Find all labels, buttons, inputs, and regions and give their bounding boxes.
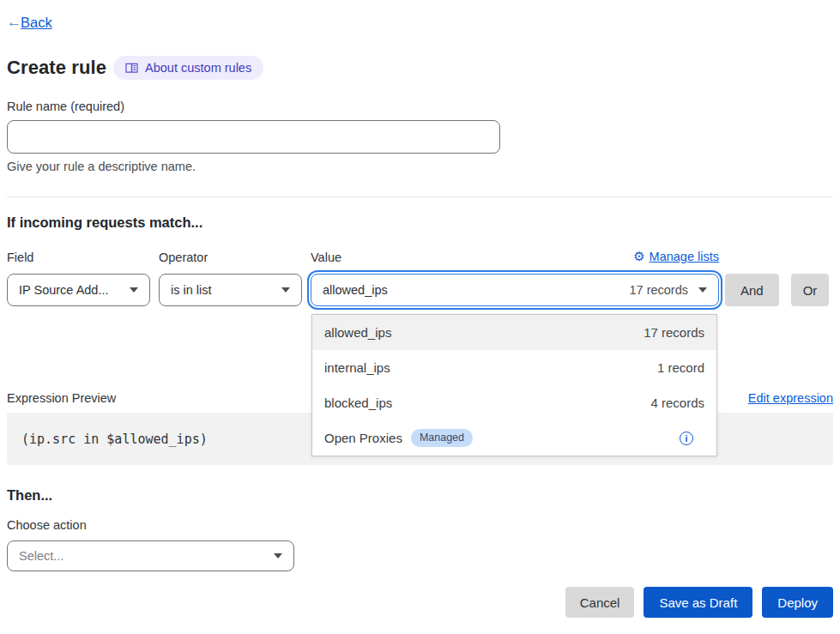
condition-row: Field IP Source Add... Operator is in li…: [7, 249, 833, 306]
expression-preview-label: Expression Preview: [7, 391, 116, 405]
footer-actions: Cancel Save as Draft Deploy: [7, 587, 833, 618]
back-label: Back: [21, 15, 52, 31]
list-item-name: Open Proxies: [324, 431, 402, 445]
value-select[interactable]: allowed_ips 17 records: [311, 274, 719, 306]
back-arrow-icon: ←: [7, 14, 21, 31]
list-item-name: blocked_ips: [324, 395, 392, 410]
save-as-draft-button[interactable]: Save as Draft: [644, 587, 752, 618]
page-title: Create rule: [7, 57, 106, 79]
field-select[interactable]: IP Source Add...: [7, 274, 150, 306]
list-item-count: 17 records: [644, 325, 704, 340]
gear-icon: [633, 249, 644, 264]
value-select-value: allowed_ips: [323, 283, 629, 297]
or-button[interactable]: Or: [791, 274, 830, 306]
about-badge-label: About custom rules: [145, 61, 251, 75]
book-icon: [125, 62, 138, 74]
chevron-down-icon: [274, 553, 282, 559]
info-icon[interactable]: [680, 432, 693, 445]
list-item-open-proxies[interactable]: Open Proxies Managed: [312, 420, 716, 456]
list-item-blocked-ips[interactable]: blocked_ips 4 records: [312, 385, 716, 420]
manage-lists-link[interactable]: Manage lists: [633, 249, 719, 264]
create-rule-page: ← Back Create rule About custom rules Ru…: [0, 0, 840, 634]
rule-name-input[interactable]: [7, 120, 500, 154]
match-section-title: If incoming requests match...: [7, 214, 833, 231]
value-select-count: 17 records: [629, 283, 688, 297]
operator-label: Operator: [159, 249, 302, 264]
action-select[interactable]: Select...: [7, 540, 294, 571]
manage-lists-label: Manage lists: [650, 250, 719, 263]
action-select-placeholder: Select...: [19, 549, 274, 563]
cancel-button[interactable]: Cancel: [565, 587, 635, 618]
chevron-down-icon: [130, 287, 138, 293]
choose-action-label: Choose action: [7, 519, 833, 532]
list-item-allowed-ips[interactable]: allowed_ips 17 records: [312, 315, 716, 350]
expression-code-text: (ip.src in $allowed_ips): [21, 432, 208, 447]
list-item-count: 4 records: [650, 395, 704, 410]
about-custom-rules-badge[interactable]: About custom rules: [113, 56, 263, 80]
chevron-down-icon: [281, 287, 290, 293]
chevron-down-icon: [698, 287, 707, 293]
operator-select[interactable]: is in list: [159, 274, 302, 306]
list-item-internal-ips[interactable]: internal_ips 1 record: [312, 350, 716, 385]
field-label: Field: [7, 249, 150, 264]
operator-select-value: is in list: [171, 283, 281, 297]
field-select-value: IP Source Add...: [19, 283, 130, 297]
value-dropdown-menu: allowed_ips 17 records internal_ips 1 re…: [311, 314, 717, 456]
edit-expression-link[interactable]: Edit expression: [748, 391, 833, 405]
then-section-title: Then...: [7, 487, 833, 504]
back-link[interactable]: ← Back: [7, 14, 52, 31]
and-button[interactable]: And: [725, 274, 779, 306]
rule-name-label: Rule name (required): [7, 100, 833, 113]
rule-name-helper: Give your rule a descriptive name.: [7, 160, 833, 173]
list-item-name: internal_ips: [324, 360, 390, 375]
list-item-count: 1 record: [657, 360, 704, 375]
deploy-button[interactable]: Deploy: [762, 587, 833, 618]
section-divider: [7, 196, 833, 197]
managed-badge: Managed: [411, 429, 473, 448]
value-label: Value: [311, 251, 341, 264]
list-item-name: allowed_ips: [324, 325, 391, 340]
